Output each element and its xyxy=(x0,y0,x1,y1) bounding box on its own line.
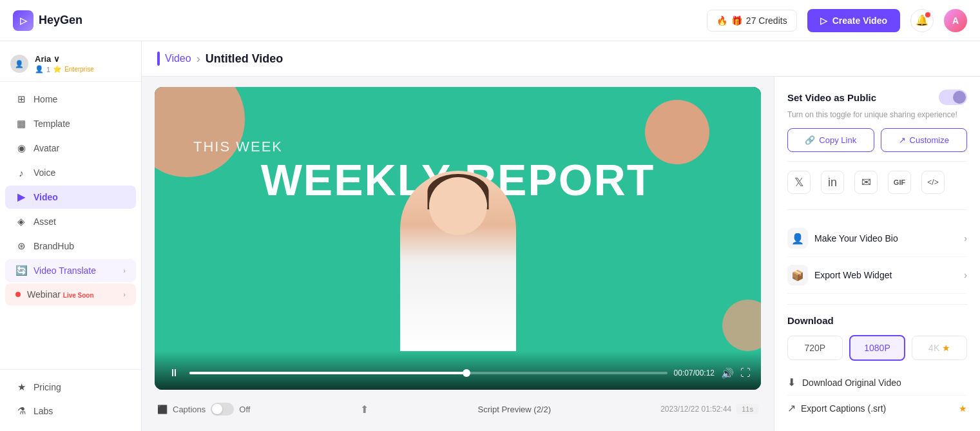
template-icon: ▦ xyxy=(15,118,27,129)
sidebar-item-asset[interactable]: ◈ Asset xyxy=(5,210,136,233)
video-icon: ▶ xyxy=(15,191,27,203)
panel-divider-2 xyxy=(787,304,967,305)
panel-public-section: Set Video as Public Turn on this toggle … xyxy=(787,90,967,194)
sidebar-item-pricing[interactable]: ★ Pricing xyxy=(5,376,136,399)
quality-1080p[interactable]: 1080P xyxy=(849,335,906,361)
sidebar-item-brandhub[interactable]: ⊛ BrandHub xyxy=(5,235,136,258)
breadcrumb-current: Untitled Video xyxy=(206,52,283,66)
video-frame: THIS WEEK WEEKLY REPORT xyxy=(155,87,761,390)
make-bio-label: Make Your Video Bio xyxy=(814,233,898,244)
export-widget-left: 📦 Export Web Widget xyxy=(787,265,892,285)
captions-control: ⬛ Captions Off xyxy=(157,403,250,416)
share-gif[interactable]: GIF xyxy=(888,171,911,194)
video-avatar-figure xyxy=(394,171,523,364)
logo-text: HeyGen xyxy=(39,14,82,27)
captions-toggle-knob xyxy=(212,404,222,414)
make-bio-icon: 👤 xyxy=(787,228,808,249)
pause-button[interactable]: ⏸ xyxy=(165,364,183,382)
make-video-bio-item[interactable]: 👤 Make Your Video Bio › xyxy=(787,220,967,257)
video-area: THIS WEEK WEEKLY REPORT ⏸ xyxy=(142,77,774,431)
progress-bar[interactable] xyxy=(189,372,668,374)
share-email[interactable]: ✉ xyxy=(854,171,878,194)
sidebar-item-template[interactable]: ▦ Template xyxy=(5,112,136,135)
sidebar-user-avatar: 👤 xyxy=(10,55,28,73)
notification-button[interactable]: 🔔 xyxy=(910,9,934,32)
time-display: 00:07/00:12 xyxy=(674,369,715,378)
sidebar-item-video[interactable]: ▶ Video xyxy=(5,186,136,209)
public-toggle[interactable] xyxy=(939,90,967,105)
captions-label: Captions xyxy=(173,405,206,414)
template-label: Template xyxy=(34,119,70,129)
sidebar: 👤 Aria ∨ 👤 1 ⭐ Enterprise ⊞ Home ▦ Templ… xyxy=(0,41,142,431)
sidebar-user[interactable]: 👤 Aria ∨ 👤 1 ⭐ Enterprise xyxy=(0,49,141,82)
sidebar-item-voice[interactable]: ♪ Voice xyxy=(5,161,136,184)
quality-4k[interactable]: 4K ★ xyxy=(912,336,967,360)
avatar-icon: ◉ xyxy=(15,142,27,154)
sidebar-bottom: ★ Pricing ⚗ Labs xyxy=(0,369,141,423)
lock-icon: ★ xyxy=(942,343,950,353)
download-label: Download xyxy=(787,315,967,326)
volume-button[interactable]: 🔊 xyxy=(721,367,734,379)
avatar-image: A xyxy=(952,15,959,26)
export-widget-label: Export Web Widget xyxy=(814,270,892,280)
create-video-button[interactable]: ▷ Create Video xyxy=(807,9,900,32)
pricing-label: Pricing xyxy=(34,382,61,392)
video-translate-left: 🔄 Video Translate xyxy=(15,265,96,276)
video-label: Video xyxy=(34,192,58,202)
sidebar-item-webinar[interactable]: Webinar Live Soon › xyxy=(5,283,136,305)
flame-icon: 🔥 xyxy=(716,15,727,26)
topbar-right: 🔥 🎁 27 Credits ▷ Create Video 🔔 A xyxy=(707,9,967,32)
customize-label: Customize xyxy=(910,135,949,145)
copy-link-label: Copy Link xyxy=(819,135,856,145)
sidebar-item-avatar[interactable]: ◉ Avatar xyxy=(5,137,136,160)
sidebar-item-video-translate[interactable]: 🔄 Video Translate › xyxy=(5,259,136,282)
quality-720p[interactable]: 720P xyxy=(787,336,843,360)
progress-fill xyxy=(189,372,466,374)
share-twitter[interactable]: 𝕏 xyxy=(787,171,811,194)
progress-thumb xyxy=(463,369,470,377)
breadcrumb: Video › Untitled Video xyxy=(157,52,965,66)
panel-divider-1 xyxy=(787,209,967,210)
video-controls: ⏸ 00:07/00:12 🔊 ⛶ xyxy=(155,351,761,390)
video-player[interactable]: THIS WEEK WEEKLY REPORT ⏸ xyxy=(155,87,761,390)
breadcrumb-bar xyxy=(157,52,160,66)
user-avatar[interactable]: A xyxy=(944,9,967,32)
export-captions-label: Export Captions (.srt) xyxy=(801,403,886,414)
share-linkedin[interactable]: in xyxy=(821,171,844,194)
credits-button[interactable]: 🔥 🎁 27 Credits xyxy=(707,10,797,32)
video-translate-chevron: › xyxy=(123,267,126,274)
captions-state: Off xyxy=(239,405,250,414)
upload-button[interactable]: ⬆ xyxy=(360,403,369,416)
asset-icon: ◈ xyxy=(15,216,27,227)
webinar-live-dot xyxy=(15,292,21,297)
fullscreen-button[interactable]: ⛶ xyxy=(740,367,751,379)
breadcrumb-separator: › xyxy=(197,52,200,66)
labs-label: Labs xyxy=(34,406,53,416)
voice-label: Voice xyxy=(34,168,55,178)
export-widget-item[interactable]: 📦 Export Web Widget › xyxy=(787,257,967,294)
main-layout: 👤 Aria ∨ 👤 1 ⭐ Enterprise ⊞ Home ▦ Templ… xyxy=(0,41,980,431)
captions-toggle[interactable] xyxy=(211,403,234,416)
share-embed[interactable]: </> xyxy=(921,171,945,194)
captions-icon: ⬛ xyxy=(157,405,168,414)
sidebar-item-labs[interactable]: ⚗ Labs xyxy=(5,399,136,423)
topbar-left: ▷ HeyGen xyxy=(13,10,82,31)
webinar-label: Webinar Live Soon xyxy=(27,289,94,300)
asset-label: Asset xyxy=(34,216,56,227)
breadcrumb-parent[interactable]: Video xyxy=(165,53,191,64)
brandhub-label: BrandHub xyxy=(34,241,74,251)
create-video-label: Create Video xyxy=(832,15,887,26)
customize-button[interactable]: ↗ Customize xyxy=(881,128,968,152)
copy-link-button[interactable]: 🔗 Copy Link xyxy=(787,128,874,152)
video-timestamp: 2023/12/22 01:52:44 xyxy=(660,405,731,414)
quality-options: 720P 1080P 4K ★ xyxy=(787,335,967,361)
sidebar-item-home[interactable]: ⊞ Home xyxy=(5,88,136,111)
avatar-head xyxy=(429,177,487,235)
export-icon: ↗ xyxy=(787,402,796,414)
brandhub-icon: ⊛ xyxy=(15,240,27,252)
avatar-label: Avatar xyxy=(34,143,59,153)
duration-badge: 11s xyxy=(736,404,758,414)
download-original-button[interactable]: ⬇ Download Original Video xyxy=(787,370,967,396)
export-captions-button[interactable]: ↗ Export Captions (.srt) ★ xyxy=(787,396,967,421)
link-icon: 🔗 xyxy=(805,135,815,145)
